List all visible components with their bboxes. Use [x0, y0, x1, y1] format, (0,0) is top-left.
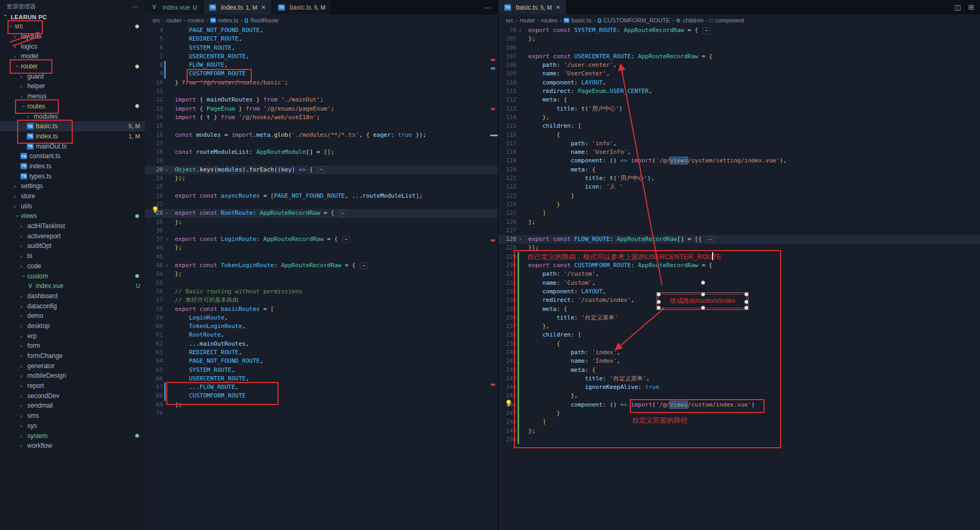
code-line-228[interactable]: 228}];: [498, 244, 980, 252]
tree-item-basic.ts[interactable]: TSbasic.ts5, M: [0, 121, 145, 131]
tab-basic.ts[interactable]: TSbasic.ts5, M: [272, 0, 332, 14]
code-line-6[interactable]: 6 SYSTEM_ROUTE,: [145, 44, 498, 52]
tree-item-dashboard[interactable]: ›dashboard: [0, 291, 145, 301]
fold-chevron-icon[interactable]: ›: [163, 166, 171, 174]
tree-item-erp[interactable]: ›erp: [0, 331, 145, 341]
code-line-123[interactable]: 123 }: [498, 192, 980, 200]
code-line-26[interactable]: 26export const asyncRoutes = [PAGE_NOT_F…: [145, 192, 498, 200]
code-line-64[interactable]: 64 PAGE_NOT_FOUND_ROUTE,: [145, 357, 498, 365]
code-line-107[interactable]: 107export const USERCENTER_ROUTE: AppRou…: [498, 52, 980, 61]
split-editor-icon[interactable]: ◫: [954, 3, 961, 11]
tab-basic.ts[interactable]: TSbasic.ts5, M×: [498, 0, 567, 14]
tree-item-modules[interactable]: ›modules: [0, 111, 145, 121]
tree-item-form[interactable]: ›form: [0, 341, 145, 351]
editor-right[interactable]: 76›export const SYSTEM_ROUTE: AppRouteRe…: [498, 26, 980, 530]
tree-item-mainOut.ts[interactable]: TSmainOut.ts: [0, 141, 145, 151]
code-line-4[interactable]: 4 PAGE_NOT_FOUND_ROUTE,: [145, 26, 498, 35]
tree-item-system[interactable]: ›system: [0, 431, 145, 441]
tree-item-constant.ts[interactable]: TSconstant.ts: [0, 151, 145, 161]
code-line-236[interactable]: 236 title: '自定义菜单': [498, 314, 980, 322]
code-line-105[interactable]: 105};: [498, 35, 980, 43]
code-line-76[interactable]: 76›export const SYSTEM_ROUTE: AppRouteRe…: [498, 26, 980, 35]
tree-item-report[interactable]: ›report: [0, 381, 145, 391]
breadcrumb-item-component[interactable]: □component: [709, 17, 744, 24]
code-line-250[interactable]: 250: [498, 435, 980, 444]
tree-item-mobileDesign[interactable]: ›mobileDesign: [0, 371, 145, 381]
resize-handle[interactable]: [657, 300, 661, 304]
fold-ellipsis[interactable]: ⋯: [360, 262, 368, 269]
code-line-110[interactable]: 110 component: LAYOUT,: [498, 79, 980, 87]
tree-item-custom[interactable]: ›custom: [0, 271, 145, 281]
fold-chevron-icon[interactable]: ›: [163, 209, 171, 217]
code-line-111[interactable]: 111 redirect: PageEnum.USER_CENTER,: [498, 87, 980, 96]
code-line-56[interactable]: 56// Basic routing without permissions: [145, 287, 498, 296]
code-line-17[interactable]: 17: [145, 139, 498, 148]
code-line-24[interactable]: 24});: [145, 174, 498, 183]
code-line-9[interactable]: 9 CUSTOMFORM_ROUTE: [145, 69, 498, 78]
resize-handle[interactable]: [657, 306, 661, 310]
code-line-60[interactable]: 60 TokenLoginRoute,: [145, 322, 498, 331]
code-line-112[interactable]: 112 meta: {: [498, 96, 980, 104]
code-line-63[interactable]: 63 REDIRECT_ROUTE,: [145, 348, 498, 357]
code-line-16[interactable]: 16const modules = import.meta.glob('./mo…: [145, 131, 498, 139]
tree-item-settings[interactable]: ›settings: [0, 181, 145, 191]
code-line-44[interactable]: 44};: [145, 244, 498, 252]
code-line-230[interactable]: 230export const CUSTOMFORM_ROUTE: AppRou…: [498, 261, 980, 270]
breadcrumb-item-RootRoute[interactable]: {}RootRoute: [244, 17, 279, 24]
tree-item-bi[interactable]: ›bi: [0, 251, 145, 261]
code-line-13[interactable]: 13import { PageEnum } from '/@/enums/pag…: [145, 105, 498, 113]
lightbulb-icon[interactable]: 💡: [151, 206, 159, 214]
tree-item-desktop[interactable]: ›desktop: [0, 321, 145, 331]
code-line-126[interactable]: 126};: [498, 218, 980, 227]
code-line-127[interactable]: 127: [498, 227, 980, 235]
fold-chevron-icon[interactable]: ›: [516, 235, 524, 244]
tree-item-workflow[interactable]: ›workflow: [0, 441, 145, 451]
tree-item-auditOpt[interactable]: ›auditOpt: [0, 241, 145, 251]
tree-item-code[interactable]: ›code: [0, 261, 145, 271]
editor-middle[interactable]: 4 PAGE_NOT_FOUND_ROUTE,5 REDIRECT_ROUTE,…: [145, 26, 498, 530]
code-line-15[interactable]: 15: [145, 122, 498, 130]
resize-handle[interactable]: [744, 292, 748, 297]
code-line-18[interactable]: 18const routeModuleList: AppRouteModule[…: [145, 148, 498, 157]
code-line-20[interactable]: 20›Object.keys(modules).forEach((key) =>…: [145, 166, 498, 174]
code-line-11[interactable]: 11: [145, 87, 498, 96]
code-line-67[interactable]: 67 ...FLOW_ROUTE,: [145, 383, 498, 392]
code-line-241[interactable]: 241 name: 'Index',: [498, 357, 980, 365]
code-line-243[interactable]: 243 title: '自定义菜单',: [498, 375, 980, 383]
tree-item-src[interactable]: ›src: [0, 21, 145, 32]
code-line-54[interactable]: 54};: [145, 270, 498, 278]
code-line-45[interactable]: 45: [145, 253, 498, 261]
more-actions-icon[interactable]: ⋯: [477, 3, 498, 12]
code-line-57[interactable]: 57// 未经许可的基本路由: [145, 296, 498, 305]
code-line-238[interactable]: 238 children: [: [498, 331, 980, 339]
tree-item-sendmail[interactable]: ›sendmail: [0, 401, 145, 411]
tree-item-secondDev[interactable]: ›secondDev: [0, 391, 145, 401]
fold-ellipsis[interactable]: ⋯: [338, 210, 346, 217]
code-line-65[interactable]: 65 SYSTEM_ROUTE,: [145, 366, 498, 375]
tree-item-router[interactable]: ›router: [0, 61, 145, 72]
breadcrumb-item-routes[interactable]: routes: [188, 17, 204, 24]
breadcrumb-item-basic.ts[interactable]: TSbasic.ts: [564, 17, 591, 24]
fold-chevron-icon[interactable]: ›: [163, 261, 171, 270]
code-line-58[interactable]: 58export const basicRoutes = [: [145, 305, 498, 314]
breadcrumb-item-CUSTOMFORM_ROUTE[interactable]: {}CUSTOMFORM_ROUTE: [598, 17, 670, 24]
fold-chevron-icon[interactable]: ›: [516, 26, 524, 35]
workspace-section[interactable]: › LEARUN PC: [0, 13, 145, 21]
close-icon[interactable]: ×: [261, 4, 266, 11]
code-line-121[interactable]: 121 title: t('用户中心'),: [498, 174, 980, 183]
code-line-118[interactable]: 118 name: 'UserInfo',: [498, 148, 980, 157]
fold-ellipsis[interactable]: ⋯: [706, 236, 714, 243]
tree-item-generator[interactable]: ›generator: [0, 361, 145, 371]
tree-item-index.vue[interactable]: Vindex.vueU: [0, 281, 145, 291]
annotation-textbox-route-compose[interactable]: 组成路由/custom/index: [658, 294, 747, 308]
resize-handle[interactable]: [744, 306, 748, 310]
code-line-115[interactable]: 115 children: [: [498, 122, 980, 130]
code-line-128[interactable]: 128›export const FLOW_ROUTE: AppRouteRec…: [498, 235, 980, 244]
code-line-59[interactable]: 59 LoginRoute,: [145, 314, 498, 322]
code-line-12[interactable]: 12import { mainOutRoutes } from './mainO…: [145, 96, 498, 104]
code-line-61[interactable]: 61 RootRoute,: [145, 331, 498, 339]
code-line-62[interactable]: 62 ...mainOutRoutes,: [145, 340, 498, 348]
code-line-231[interactable]: 231 path: '/custom',: [498, 270, 980, 278]
fold-chevron-icon[interactable]: ›: [163, 235, 171, 244]
resize-handle[interactable]: [701, 292, 705, 297]
